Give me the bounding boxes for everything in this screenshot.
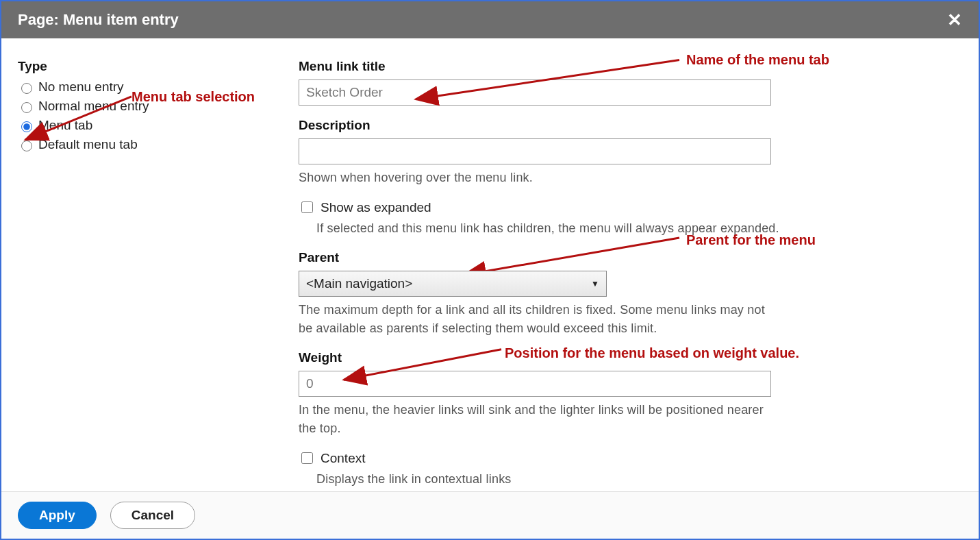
menu-link-title-group: Menu link title xyxy=(299,59,784,106)
apply-button[interactable]: Apply xyxy=(18,502,97,529)
dialog-body: Menu tab selection Name of the menu tab … xyxy=(1,38,979,491)
expanded-label: Show as expanded xyxy=(321,200,431,215)
radio-input-menu-tab[interactable] xyxy=(21,121,32,132)
radio-label-default-menu-tab: Default menu tab xyxy=(38,137,138,152)
expanded-checkbox-row[interactable]: Show as expanded xyxy=(299,199,784,215)
type-section: Type No menu entry Normal menu entry Men… xyxy=(18,59,299,484)
context-label: Context xyxy=(321,451,365,466)
context-checkbox-row[interactable]: Context xyxy=(299,450,784,466)
menu-item-entry-dialog: Page: Menu item entry ✕ Menu tab selecti… xyxy=(0,0,980,540)
description-help: Shown when hovering over the menu link. xyxy=(299,169,771,187)
radio-label-normal-menu-entry: Normal menu entry xyxy=(38,99,149,114)
parent-label: Parent xyxy=(299,250,784,265)
description-group: Description Shown when hovering over the… xyxy=(299,118,784,187)
chevron-down-icon: ▼ xyxy=(591,279,599,289)
radio-input-default-menu-tab[interactable] xyxy=(21,140,32,151)
radio-no-menu-entry[interactable]: No menu entry xyxy=(18,79,299,95)
close-icon[interactable]: ✕ xyxy=(947,11,962,29)
menu-link-title-label: Menu link title xyxy=(299,59,784,74)
radio-label-menu-tab: Menu tab xyxy=(38,118,92,133)
radio-normal-menu-entry[interactable]: Normal menu entry xyxy=(18,99,299,114)
radio-default-menu-tab[interactable]: Default menu tab xyxy=(18,137,299,152)
weight-group: Weight In the menu, the heavier links wi… xyxy=(299,350,784,438)
radio-input-no-menu-entry[interactable] xyxy=(21,83,32,94)
parent-help: The maximum depth for a link and all its… xyxy=(299,301,771,338)
parent-select-value: <Main navigation> xyxy=(306,276,412,291)
type-label: Type xyxy=(18,59,299,74)
dialog-header: Page: Menu item entry ✕ xyxy=(1,1,979,38)
radio-label-no-menu-entry: No menu entry xyxy=(38,79,124,95)
context-group: Context Displays the link in contextual … xyxy=(299,450,784,489)
weight-label: Weight xyxy=(299,350,784,365)
weight-input[interactable] xyxy=(299,371,771,397)
dialog-title: Page: Menu item entry xyxy=(18,11,179,29)
parent-group: Parent <Main navigation> ▼ The maximum d… xyxy=(299,250,784,338)
expanded-group: Show as expanded If selected and this me… xyxy=(299,199,784,238)
radio-menu-tab[interactable]: Menu tab xyxy=(18,118,299,133)
expanded-checkbox[interactable] xyxy=(301,201,313,213)
cancel-button[interactable]: Cancel xyxy=(110,502,195,529)
description-input[interactable] xyxy=(299,138,771,164)
expanded-help: If selected and this menu link has child… xyxy=(316,219,784,238)
context-checkbox[interactable] xyxy=(301,452,313,464)
weight-help: In the menu, the heavier links will sink… xyxy=(299,401,771,438)
description-label: Description xyxy=(299,118,784,133)
dialog-footer: Apply Cancel xyxy=(1,491,979,539)
parent-select[interactable]: <Main navigation> ▼ xyxy=(299,271,607,297)
fields-section: Menu link title Description Shown when h… xyxy=(299,59,962,484)
menu-link-title-input[interactable] xyxy=(299,79,771,106)
radio-input-normal-menu-entry[interactable] xyxy=(21,102,32,113)
context-help: Displays the link in contextual links xyxy=(316,470,784,489)
